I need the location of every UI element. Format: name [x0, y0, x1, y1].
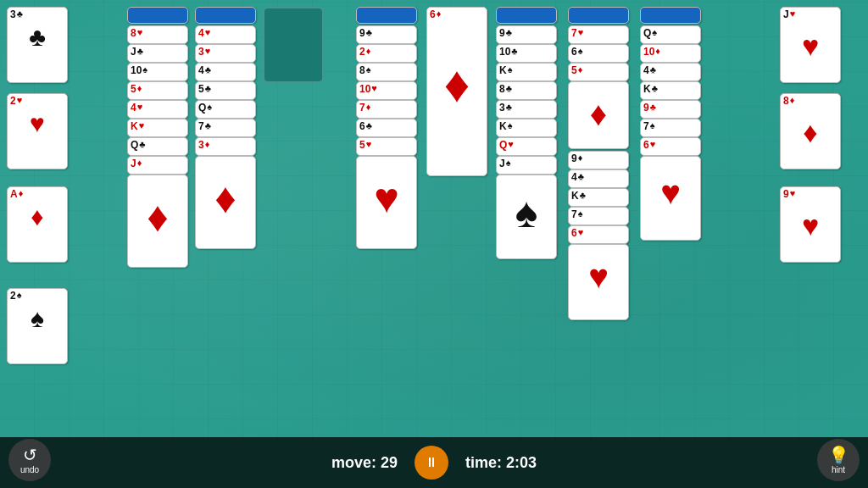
- game-area[interactable]: 3 ♣ ♣ 2 ♥ ♥ A ♦ ♦ 2 ♠: [0, 0, 868, 437]
- hint-icon: 💡: [828, 446, 849, 463]
- tableau-col-3[interactable]: [263, 7, 324, 83]
- hint-label: hint: [832, 465, 845, 474]
- undo-button[interactable]: ↺ undo: [8, 439, 51, 481]
- undo-label: undo: [20, 465, 39, 474]
- bottom-bar: ↺ undo move: 29 ⏸ time: 2:03 💡 hint: [0, 437, 868, 488]
- move-counter: move: 29: [331, 454, 398, 472]
- timer-display: time: 2:03: [465, 454, 537, 472]
- pause-icon: ⏸: [425, 455, 438, 470]
- hint-button[interactable]: 💡 hint: [817, 439, 860, 481]
- pause-button[interactable]: ⏸: [415, 446, 448, 480]
- undo-icon: ↺: [23, 446, 37, 463]
